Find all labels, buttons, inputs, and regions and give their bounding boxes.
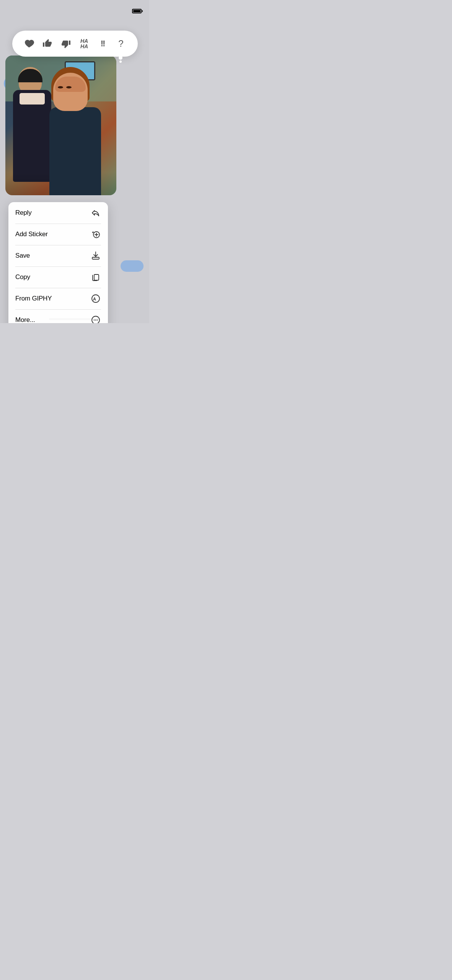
from-giphy-icon: A: [90, 293, 101, 304]
copy-icon: [90, 272, 101, 283]
svg-text:A: A: [93, 297, 96, 301]
menu-reply-label: Reply: [15, 209, 31, 217]
reaction-heart-button[interactable]: [21, 36, 37, 51]
more-icon: [90, 315, 101, 323]
svg-point-7: [95, 320, 96, 321]
bg-bubble-right: [121, 260, 144, 272]
menu-copy-label: Copy: [15, 273, 30, 281]
context-menu: Reply Add Sticker Save Copy: [8, 202, 108, 323]
menu-from-giphy-label: From GIPHY: [15, 295, 52, 302]
add-sticker-icon: [90, 229, 101, 240]
battery-icon: [132, 9, 142, 13]
menu-more-label: More...: [15, 316, 35, 323]
menu-add-sticker-label: Add Sticker: [15, 230, 48, 238]
menu-save-label: Save: [15, 252, 30, 260]
reply-icon: [90, 207, 101, 218]
save-icon: [90, 250, 101, 261]
reaction-haha-button[interactable]: HAHA: [77, 36, 92, 51]
menu-item-reply[interactable]: Reply: [8, 202, 108, 224]
menu-item-from-giphy[interactable]: From GIPHY A: [8, 288, 108, 309]
svg-rect-2: [94, 274, 99, 280]
reaction-emphasize-button[interactable]: !!: [95, 36, 110, 51]
message-bubble[interactable]: [5, 56, 116, 195]
menu-item-save[interactable]: Save: [8, 245, 108, 266]
svg-point-6: [94, 320, 95, 321]
reaction-bubble-tail: [119, 56, 122, 63]
svg-point-8: [97, 320, 98, 321]
menu-item-more[interactable]: More...: [8, 309, 108, 323]
menu-item-add-sticker[interactable]: Add Sticker: [8, 224, 108, 245]
svg-rect-1: [92, 257, 99, 259]
reaction-bar: HAHA !! ?: [12, 31, 138, 57]
menu-item-copy[interactable]: Copy: [8, 266, 108, 288]
reaction-like-button[interactable]: [40, 36, 55, 51]
reaction-dislike-button[interactable]: [58, 36, 73, 51]
message-image: [5, 56, 116, 195]
reaction-question-button[interactable]: ?: [113, 36, 129, 51]
